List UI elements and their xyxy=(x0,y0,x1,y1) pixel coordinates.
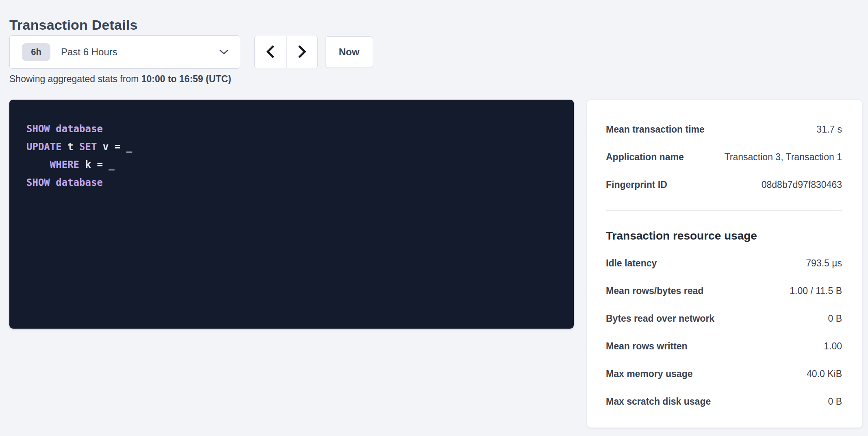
detail-value: Transaction 3, Transaction 1 xyxy=(725,152,842,163)
time-range-label: Past 6 Hours xyxy=(61,46,117,58)
resource-usage-section-title: Transaction resource usage xyxy=(606,228,842,244)
prev-time-button[interactable] xyxy=(255,36,286,68)
detail-value: 0 B xyxy=(828,396,842,407)
next-time-button[interactable] xyxy=(286,36,317,68)
detail-value: 40.0 KiB xyxy=(807,368,842,379)
detail-label: Idle latency xyxy=(606,258,657,269)
detail-row-mean-rows-written: Mean rows written 1.00 xyxy=(606,332,842,360)
transaction-details-card: Mean transaction time 31.7 s Application… xyxy=(587,100,862,428)
detail-row-idle-latency: Idle latency 793.5 µs xyxy=(606,249,842,277)
detail-label: Max memory usage xyxy=(606,368,692,379)
detail-row-mean-transaction-time: Mean transaction time 31.7 s xyxy=(606,116,842,143)
chevron-down-icon xyxy=(219,49,228,55)
detail-row-application-name: Application name Transaction 3, Transact… xyxy=(606,143,842,171)
time-step-button-group xyxy=(254,36,318,68)
time-picker-row: 6h Past 6 Hours Now xyxy=(9,35,373,69)
detail-value: 1.00 xyxy=(824,341,842,352)
sql-statement-box: SHOW databaseUPDATE t SET v = _ WHERE k … xyxy=(9,100,574,329)
sql-line: SHOW database xyxy=(26,120,562,138)
detail-label: Max scratch disk usage xyxy=(606,396,711,407)
detail-label: Mean rows/bytes read xyxy=(606,286,703,296)
sql-line: WHERE k = _ xyxy=(26,156,562,174)
sql-line: UPDATE t SET v = _ xyxy=(26,138,562,156)
detail-value: 1.00 / 11.5 B xyxy=(790,286,842,296)
detail-row-mean-rows-bytes-read: Mean rows/bytes read 1.00 / 11.5 B xyxy=(606,277,842,305)
page-title: Transaction Details xyxy=(9,16,138,34)
detail-value: 0 B xyxy=(828,313,842,324)
detail-value: 793.5 µs xyxy=(806,258,842,269)
time-range-badge: 6h xyxy=(22,43,50,61)
detail-label: Bytes read over network xyxy=(606,313,714,324)
stats-caption-range: 10:00 to 16:59 (UTC) xyxy=(141,74,231,84)
now-button[interactable]: Now xyxy=(325,36,373,68)
stats-caption-prefix: Showing aggregated stats from xyxy=(9,74,141,84)
detail-label: Fingerprint ID xyxy=(606,179,667,190)
detail-label: Mean rows written xyxy=(606,341,688,352)
details-divider xyxy=(606,210,842,211)
detail-row-fingerprint-id: Fingerprint ID 08d8b7d97f830463 xyxy=(606,171,842,198)
detail-label: Mean transaction time xyxy=(606,124,705,135)
detail-row-bytes-read-over-network: Bytes read over network 0 B xyxy=(606,305,842,332)
detail-value: 31.7 s xyxy=(816,124,842,135)
detail-value: 08d8b7d97f830463 xyxy=(762,179,842,190)
sql-code: SHOW databaseUPDATE t SET v = _ WHERE k … xyxy=(26,120,562,192)
time-range-dropdown[interactable]: 6h Past 6 Hours xyxy=(9,35,240,69)
detail-row-max-scratch-disk-usage: Max scratch disk usage 0 B xyxy=(606,388,842,415)
chevron-right-icon xyxy=(297,45,307,60)
detail-row-max-memory-usage: Max memory usage 40.0 KiB xyxy=(606,360,842,388)
sql-line: SHOW database xyxy=(26,174,562,192)
chevron-left-icon xyxy=(266,45,276,60)
stats-caption: Showing aggregated stats from 10:00 to 1… xyxy=(9,74,231,85)
detail-label: Application name xyxy=(606,152,684,163)
